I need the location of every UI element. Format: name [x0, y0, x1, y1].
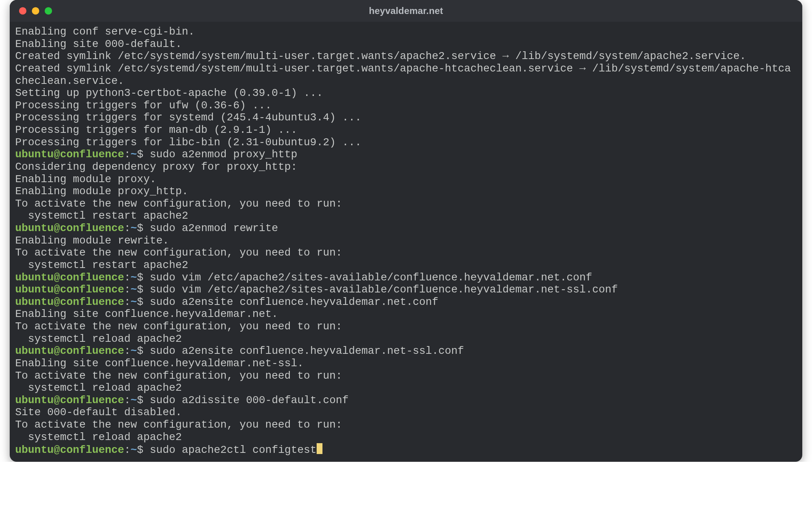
prompt-cwd: ~ [131, 271, 137, 284]
prompt-colon: : [124, 444, 131, 456]
terminal-line: Processing triggers for man-db (2.9.1-1)… [15, 124, 797, 136]
prompt-cwd: ~ [131, 345, 137, 357]
prompt-colon: : [124, 222, 131, 234]
prompt-cwd: ~ [131, 296, 137, 308]
terminal-body[interactable]: Enabling conf serve-cgi-bin.Enabling sit… [10, 22, 802, 462]
terminal-line: systemctl reload apache2 [15, 382, 797, 394]
terminal-line: Site 000-default disabled. [15, 406, 797, 419]
prompt-colon: : [124, 345, 131, 357]
prompt-user-host: ubuntu@confluence [15, 345, 124, 357]
terminal-line: Enabling site confluence.heyvaldemar.net… [15, 308, 797, 320]
command-text: sudo vim /etc/apache2/sites-available/co… [150, 271, 592, 284]
terminal-line: ubuntu@confluence:~$ sudo vim /etc/apach… [15, 284, 797, 296]
terminal-line: ubuntu@confluence:~$ sudo a2ensite confl… [15, 296, 797, 308]
terminal-line: Considering dependency proxy for proxy_h… [15, 161, 797, 173]
prompt-cwd: ~ [131, 222, 137, 234]
terminal-line: To activate the new configuration, you n… [15, 198, 797, 210]
prompt-colon: : [124, 148, 131, 160]
prompt-user-host: ubuntu@confluence [15, 271, 124, 284]
terminal-line: Processing triggers for systemd (245.4-4… [15, 111, 797, 124]
prompt-dollar: $ [137, 345, 150, 357]
minimize-icon[interactable] [32, 7, 39, 15]
terminal-line: To activate the new configuration, you n… [15, 370, 797, 382]
prompt-user-host: ubuntu@confluence [15, 284, 124, 296]
prompt-colon: : [124, 284, 131, 296]
terminal-line: systemctl reload apache2 [15, 333, 797, 345]
terminal-line: Created symlink /etc/systemd/system/mult… [15, 50, 797, 63]
terminal-line: ubuntu@confluence:~$ sudo a2dissite 000-… [15, 394, 797, 407]
prompt-user-host: ubuntu@confluence [15, 222, 124, 234]
terminal-line: To activate the new configuration, you n… [15, 247, 797, 259]
prompt-user-host: ubuntu@confluence [15, 296, 124, 308]
prompt-dollar: $ [137, 394, 150, 406]
prompt-cwd: ~ [131, 284, 137, 296]
terminal-line: ubuntu@confluence:~$ sudo a2enmod proxy_… [15, 148, 797, 161]
command-text: sudo a2enmod proxy_http [150, 148, 298, 160]
prompt-dollar: $ [137, 148, 150, 160]
terminal-line: systemctl reload apache2 [15, 431, 797, 444]
prompt-colon: : [124, 296, 131, 308]
prompt-user-host: ubuntu@confluence [15, 444, 124, 456]
command-text: sudo a2ensite confluence.heyvaldemar.net… [150, 345, 464, 357]
terminal-line: Created symlink /etc/systemd/system/mult… [15, 63, 797, 87]
terminal-line: Processing triggers for libc-bin (2.31-0… [15, 136, 797, 149]
window-controls [19, 7, 52, 15]
terminal-line: Enabling module proxy_http. [15, 185, 797, 198]
terminal-line: systemctl restart apache2 [15, 210, 797, 222]
command-text: sudo a2dissite 000-default.conf [150, 394, 349, 406]
titlebar: heyvaldemar.net [10, 0, 802, 22]
terminal-line: Setting up python3-certbot-apache (0.39.… [15, 87, 797, 99]
terminal-line: Enabling site confluence.heyvaldemar.net… [15, 357, 797, 370]
terminal-line: ubuntu@confluence:~$ sudo apache2ctl con… [15, 443, 797, 456]
close-icon[interactable] [19, 7, 26, 15]
terminal-line: ubuntu@confluence:~$ sudo vim /etc/apach… [15, 271, 797, 284]
terminal-line: systemctl restart apache2 [15, 259, 797, 271]
command-text: sudo apache2ctl configtest [150, 444, 317, 456]
prompt-colon: : [124, 394, 131, 406]
prompt-dollar: $ [137, 271, 150, 284]
prompt-dollar: $ [137, 444, 150, 456]
prompt-dollar: $ [137, 222, 150, 234]
prompt-user-host: ubuntu@confluence [15, 148, 124, 160]
terminal-line: Enabling conf serve-cgi-bin. [15, 26, 797, 38]
prompt-dollar: $ [137, 284, 150, 296]
cursor-icon [317, 443, 322, 454]
terminal-window: heyvaldemar.net Enabling conf serve-cgi-… [10, 0, 802, 462]
command-text: sudo vim /etc/apache2/sites-available/co… [150, 284, 618, 296]
prompt-colon: : [124, 271, 131, 284]
prompt-cwd: ~ [131, 148, 137, 160]
command-text: sudo a2ensite confluence.heyvaldemar.net… [150, 296, 439, 308]
terminal-line: ubuntu@confluence:~$ sudo a2ensite confl… [15, 345, 797, 357]
prompt-user-host: ubuntu@confluence [15, 394, 124, 406]
terminal-line: ubuntu@confluence:~$ sudo a2enmod rewrit… [15, 222, 797, 235]
terminal-line: Enabling module proxy. [15, 173, 797, 186]
command-text: sudo a2enmod rewrite [150, 222, 278, 234]
prompt-cwd: ~ [131, 394, 137, 406]
terminal-line: Enabling module rewrite. [15, 235, 797, 247]
window-title: heyvaldemar.net [369, 5, 443, 16]
terminal-line: To activate the new configuration, you n… [15, 419, 797, 431]
zoom-icon[interactable] [45, 7, 52, 15]
prompt-dollar: $ [137, 296, 150, 308]
terminal-line: To activate the new configuration, you n… [15, 320, 797, 333]
terminal-line: Enabling site 000-default. [15, 38, 797, 50]
terminal-line: Processing triggers for ufw (0.36-6) ... [15, 99, 797, 112]
prompt-cwd: ~ [131, 444, 137, 456]
